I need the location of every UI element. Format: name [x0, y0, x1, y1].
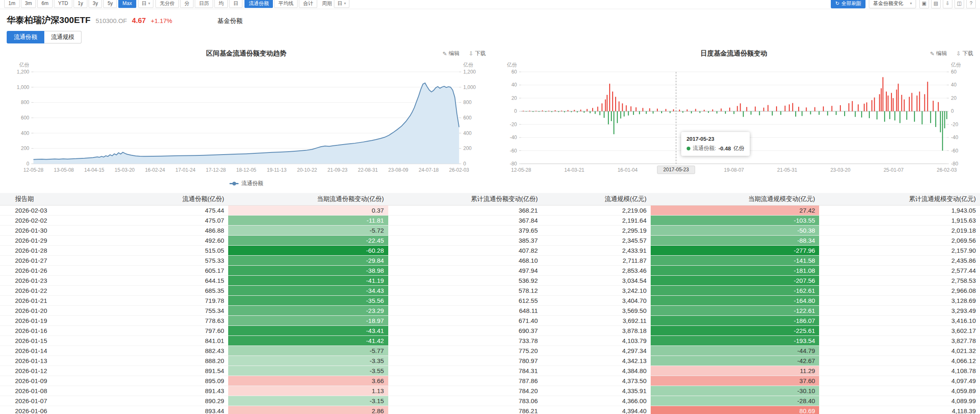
mode-total[interactable]: 合计: [299, 0, 317, 8]
report-icon[interactable]: ▤: [931, 0, 941, 8]
value-cell: 786.21: [388, 406, 542, 414]
value-cell: 3.66: [228, 376, 388, 386]
range-chart-actions: ✎ 编辑 ⇩ 下载: [443, 50, 486, 57]
table-row: 2026-02-02475.07-11.81367.842,191.64-103…: [0, 215, 980, 225]
image-icon[interactable]: ▣: [919, 0, 929, 8]
svg-text:17-12-28: 17-12-28: [206, 167, 226, 173]
download-chart-button[interactable]: ⇩ 下载: [469, 50, 486, 57]
value-cell: 891.43: [113, 386, 229, 396]
table-header-row: 报告期流通份额(亿份)当期流通份额变动(亿份)累计流通份额变动(亿份)流通规模(…: [0, 193, 980, 205]
dataset-select[interactable]: 基金份额变化 ▾: [869, 0, 916, 8]
value-cell: 475.07: [113, 215, 229, 225]
value-cell: 671.40: [388, 315, 542, 325]
range-1y[interactable]: 1y: [74, 0, 87, 8]
svg-text:800: 800: [463, 99, 472, 105]
chevron-down-icon: ▾: [344, 1, 346, 5]
value-cell: 4,118.39: [819, 406, 980, 414]
tab-circulating-scale[interactable]: 流通规模: [44, 31, 81, 43]
fund-price: 4.67: [132, 17, 146, 25]
table-row: 2026-01-16797.60-43.41690.373,878.18-225…: [0, 325, 980, 335]
range-3m[interactable]: 3m: [21, 0, 36, 8]
value-cell: 644.15: [113, 275, 229, 285]
range-ytd[interactable]: YTD: [54, 0, 72, 8]
svg-text:-60: -60: [509, 148, 517, 154]
svg-text:40: 40: [511, 82, 517, 88]
period-select[interactable]: 日 ▾: [334, 0, 349, 8]
value-cell: 780.97: [388, 356, 542, 366]
svg-text:20-10-22: 20-10-22: [297, 167, 317, 173]
chart-legend[interactable]: 流通份额: [7, 179, 486, 188]
value-cell: 3,692.11: [542, 315, 651, 325]
value-cell: 486.88: [113, 225, 229, 235]
svg-text:亿份: 亿份: [951, 62, 961, 68]
page-label: 基金份额: [217, 17, 242, 25]
legend-label: 流通份额: [242, 180, 263, 187]
value-cell: 2,157.90: [819, 245, 980, 255]
chevron-down-icon: ▾: [148, 1, 150, 5]
value-cell: 4,103.79: [542, 335, 651, 345]
value-cell: 895.09: [113, 376, 229, 386]
value-cell: -18.97: [228, 315, 388, 325]
layout-icon[interactable]: ◫: [955, 0, 964, 8]
view-calendar[interactable]: 日历: [195, 0, 213, 8]
report-date-cell: 2026-01-26: [0, 265, 113, 275]
fund-change-pct: +1.17%: [151, 17, 172, 24]
range-6m[interactable]: 6m: [37, 0, 53, 8]
value-cell: -193.54: [651, 335, 819, 345]
svg-text:600: 600: [21, 115, 29, 121]
edit-chart-button[interactable]: ✎ 编辑: [443, 50, 460, 57]
refresh-all-button[interactable]: ↻ 全部刷新: [831, 0, 865, 8]
svg-text:400: 400: [463, 130, 472, 136]
value-cell: -11.81: [228, 215, 388, 225]
value-cell: 4,066.12: [819, 356, 980, 366]
daily-chart-panel: 日度基金流通份额变动 ✎ 编辑 ⇩ 下载 -80-80-60-60-40-40-…: [494, 46, 974, 188]
range-3y[interactable]: 3y: [89, 0, 102, 8]
range-1m[interactable]: 1m: [4, 0, 20, 8]
edit-chart-button[interactable]: ✎ 编辑: [930, 50, 947, 57]
value-cell: 368.21: [388, 205, 542, 215]
share-table: 报告期流通份额(亿份)当期流通份额变动(亿份)累计流通份额变动(亿份)流通规模(…: [0, 193, 980, 414]
svg-text:20: 20: [511, 95, 517, 101]
mode-moving-average[interactable]: 平均线: [274, 0, 298, 8]
report-date-cell: 2026-01-28: [0, 245, 113, 255]
svg-text:1,200: 1,200: [17, 69, 29, 75]
table-row: 2026-01-14882.43-5.77775.204,297.34-44.7…: [0, 345, 980, 356]
svg-text:12-05-28: 12-05-28: [511, 167, 531, 173]
value-cell: 4,366.00: [542, 396, 651, 406]
view-split[interactable]: 分: [180, 0, 193, 8]
value-cell: 784.20: [388, 386, 542, 396]
view-average[interactable]: 均: [214, 0, 228, 8]
value-cell: 37.60: [651, 376, 819, 386]
daily-bar-chart[interactable]: -80-80-60-60-40-40-20-2000202040406060亿份…: [494, 61, 974, 179]
refresh-all-label: 全部刷新: [841, 0, 861, 7]
table-row: 2026-01-27575.33-29.84468.102,711.87-141…: [0, 255, 980, 265]
freq-select[interactable]: 日 ▾: [138, 0, 154, 8]
period-select-value: 日: [337, 0, 342, 7]
download-icon: ⇩: [469, 51, 473, 57]
value-cell: -5.77: [228, 345, 388, 356]
view-daily[interactable]: 日: [229, 0, 242, 8]
svg-text:26-02-03: 26-02-03: [937, 167, 957, 173]
svg-text:16-01-04: 16-01-04: [617, 167, 637, 173]
svg-text:13-05-08: 13-05-08: [54, 167, 74, 173]
range-max[interactable]: Max: [118, 0, 136, 8]
download-icon[interactable]: ⇩: [943, 0, 952, 8]
value-cell: 4,097.49: [819, 376, 980, 386]
tab-circulating-shares[interactable]: 流通份额: [7, 31, 44, 43]
mode-circulating-shares[interactable]: 流通份额: [244, 0, 273, 8]
value-cell: -38.98: [228, 265, 388, 275]
download-chart-button[interactable]: ⇩ 下载: [956, 50, 973, 57]
column-header-5: 当期流通规模变动(亿元): [651, 193, 819, 205]
range-5y[interactable]: 5y: [103, 0, 117, 8]
range-area-chart[interactable]: 002002004004006006008008001,0001,0001,20…: [7, 61, 486, 179]
range-chart-header: 区间基金流通份额变动趋势 ✎ 编辑 ⇩ 下载: [7, 46, 486, 61]
help-icon[interactable]: ?: [966, 0, 976, 8]
value-cell: -88.34: [651, 235, 819, 245]
value-cell: 492.60: [113, 235, 229, 245]
view-no-split[interactable]: 无分价: [155, 0, 179, 8]
svg-text:19-11-13: 19-11-13: [267, 167, 286, 173]
value-cell: 4,108.78: [819, 366, 980, 376]
svg-text:60: 60: [511, 69, 517, 75]
value-cell: 4,021.32: [819, 345, 980, 356]
toolbar-icon-group: ▣▤⇩◫?: [919, 0, 976, 8]
